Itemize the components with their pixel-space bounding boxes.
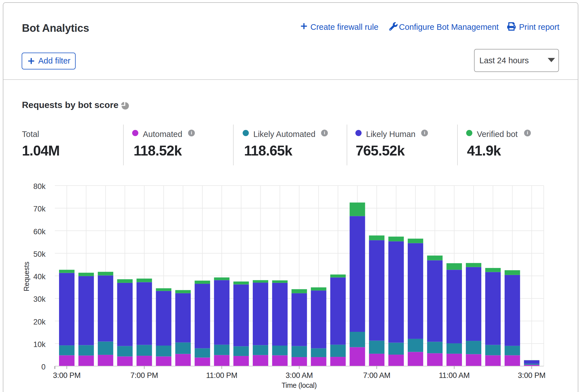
svg-text:3:00 PM: 3:00 PM bbox=[518, 371, 545, 380]
svg-text:7:00 AM: 7:00 AM bbox=[363, 371, 390, 380]
svg-text:70k: 70k bbox=[33, 205, 46, 213]
svg-text:11:00 AM: 11:00 AM bbox=[439, 371, 470, 380]
svg-text:Time (local): Time (local) bbox=[282, 381, 317, 389]
svg-text:80k: 80k bbox=[33, 182, 46, 191]
svg-text:30k: 30k bbox=[33, 295, 46, 303]
svg-text:40k: 40k bbox=[33, 272, 46, 281]
svg-text:0: 0 bbox=[41, 363, 46, 371]
svg-text:10k: 10k bbox=[33, 340, 46, 349]
svg-text:Requests: Requests bbox=[22, 262, 30, 291]
svg-text:20k: 20k bbox=[33, 318, 46, 326]
svg-text:11:00 PM: 11:00 PM bbox=[206, 371, 237, 380]
svg-text:50k: 50k bbox=[33, 250, 46, 258]
svg-text:3:00 AM: 3:00 AM bbox=[286, 371, 313, 380]
svg-text:3:00 PM: 3:00 PM bbox=[53, 371, 80, 380]
svg-text:60k: 60k bbox=[33, 227, 46, 236]
svg-text:7:00 PM: 7:00 PM bbox=[130, 371, 158, 380]
